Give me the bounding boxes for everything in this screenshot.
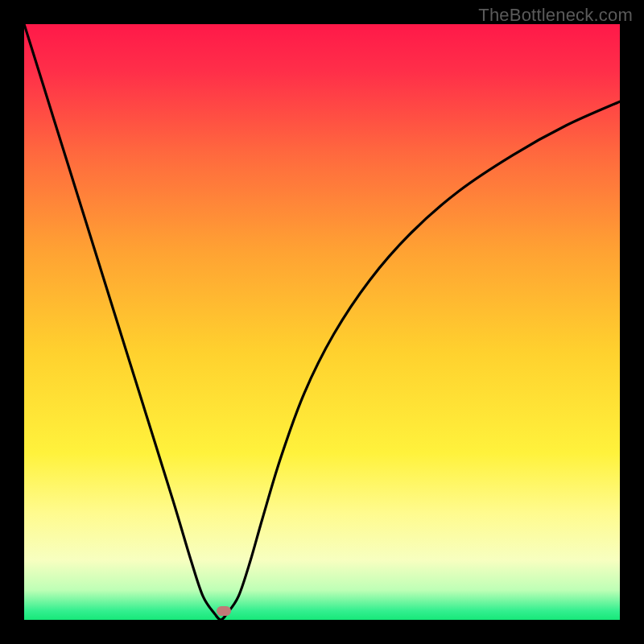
optimal-point-marker — [217, 606, 231, 616]
bottleneck-curve — [24, 24, 620, 620]
plot-area — [24, 24, 620, 620]
watermark-text: TheBottleneck.com — [478, 5, 633, 26]
chart-frame: TheBottleneck.com — [0, 0, 644, 644]
